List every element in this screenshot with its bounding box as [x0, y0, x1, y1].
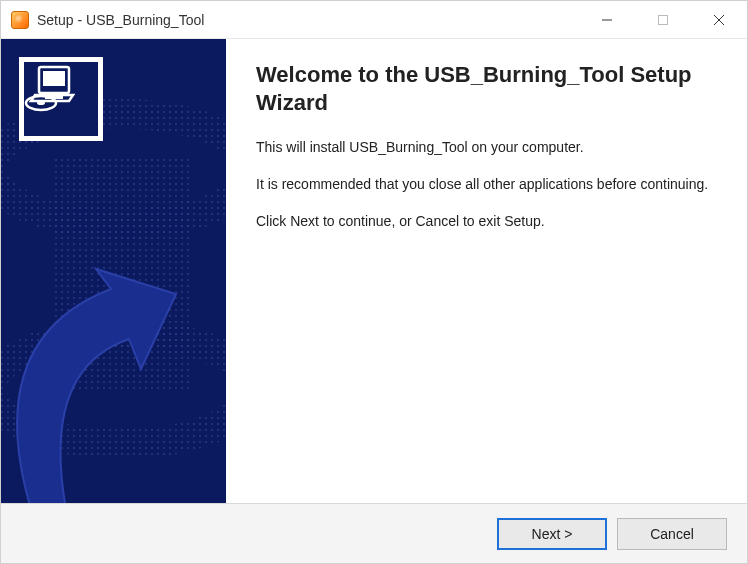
intro-text-3: Click Next to continue, or Cancel to exi… [256, 212, 716, 231]
minimize-icon [601, 14, 613, 26]
installer-logo-box [19, 57, 103, 141]
intro-text-2: It is recommended that you close all oth… [256, 175, 716, 194]
window-controls [579, 1, 747, 38]
app-icon [11, 11, 29, 29]
window-title: Setup - USB_Burning_Tool [37, 12, 204, 28]
next-button[interactable]: Next > [497, 518, 607, 550]
maximize-icon [657, 14, 669, 26]
maximize-button [635, 1, 691, 38]
minimize-button[interactable] [579, 1, 635, 38]
wizard-footer: Next > Cancel [1, 503, 747, 563]
svg-rect-10 [43, 71, 65, 86]
content-area: Welcome to the USB_Burning_Tool Setup Wi… [1, 39, 747, 503]
cancel-button[interactable]: Cancel [617, 518, 727, 550]
close-button[interactable] [691, 1, 747, 38]
close-icon [712, 13, 726, 27]
titlebar: Setup - USB_Burning_Tool [1, 1, 747, 39]
svg-point-13 [37, 101, 45, 105]
page-heading: Welcome to the USB_Burning_Tool Setup Wi… [256, 61, 719, 116]
intro-text-1: This will install USB_Burning_Tool on yo… [256, 138, 716, 157]
computer-disc-icon [21, 59, 81, 119]
wizard-main-panel: Welcome to the USB_Burning_Tool Setup Wi… [226, 39, 747, 503]
wizard-side-image [1, 39, 226, 503]
svg-rect-1 [659, 15, 668, 24]
